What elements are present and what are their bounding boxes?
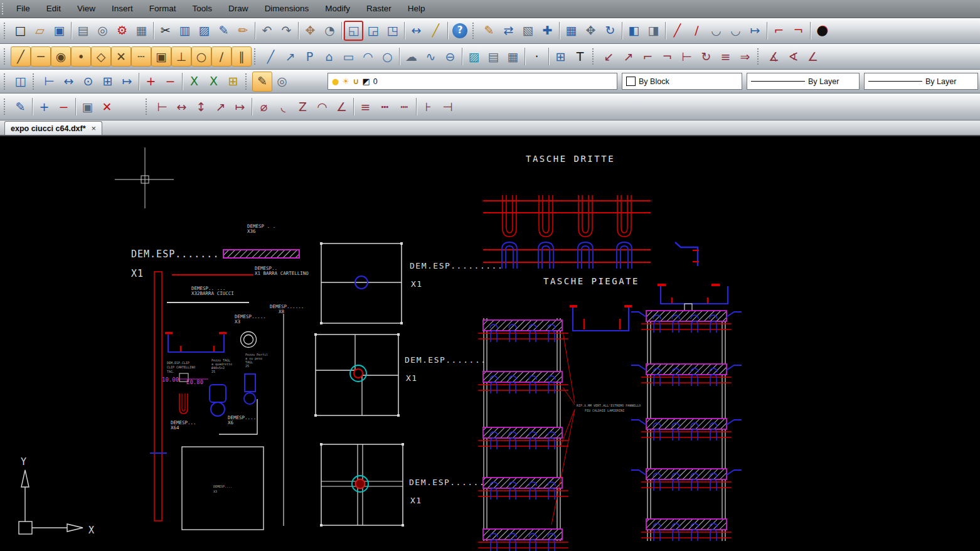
zoom-extents-button[interactable]: ◳ xyxy=(383,21,402,41)
draw-ray-button[interactable]: ↗ xyxy=(280,47,300,66)
dim-angular-button[interactable]: ∠ xyxy=(332,97,351,117)
menu-dimensions[interactable]: Dimensions xyxy=(257,4,317,13)
hatch-toggle-button[interactable]: ▧ xyxy=(518,21,538,41)
snap-nearest-button[interactable]: ∕ xyxy=(211,46,232,67)
menu-file[interactable]: File xyxy=(8,4,38,13)
snap-perpendicular-button[interactable]: ⊥ xyxy=(171,46,191,67)
ruler-button[interactable]: ╱ xyxy=(426,21,445,41)
mirror-button[interactable]: ◨ xyxy=(644,21,663,41)
draw-polygon-button[interactable]: ⌂ xyxy=(319,47,339,66)
flip-button[interactable]: ⇄ xyxy=(499,21,518,41)
tasche-piegate-assembly[interactable] xyxy=(483,242,651,269)
dim-chain-button[interactable]: ┉ xyxy=(395,97,414,117)
toolbar-grip[interactable] xyxy=(245,73,250,90)
help-button[interactable]: ? xyxy=(452,23,467,38)
menu-draw[interactable]: Draw xyxy=(220,4,257,13)
layers-manager-button[interactable]: ◫ xyxy=(11,72,30,91)
plot-button[interactable]: ▦ xyxy=(132,21,151,41)
dim-continue-button[interactable]: ┅ xyxy=(375,97,395,117)
hatched-bar-cartellino[interactable] xyxy=(223,250,299,258)
rotate-button[interactable]: ↻ xyxy=(600,21,620,41)
dim-ordinate-x-button[interactable]: ⊦ xyxy=(418,97,438,117)
lineweight-select[interactable]: By Layer xyxy=(864,73,978,90)
toolbar-grip[interactable] xyxy=(592,48,597,65)
draw-arc-button[interactable]: ◠ xyxy=(358,47,378,66)
panel-2[interactable] xyxy=(314,333,400,417)
sheet-remove-button[interactable]: − xyxy=(54,97,73,117)
dim-text-move-button[interactable]: ⌐ xyxy=(638,47,658,66)
toolbar-grip[interactable] xyxy=(33,73,37,90)
save-button[interactable]: ▣ xyxy=(50,21,69,41)
snap-extension-button[interactable]: ┄ xyxy=(131,46,151,67)
toolbar-grip[interactable] xyxy=(4,99,8,115)
panel-3[interactable] xyxy=(320,443,404,527)
toolbar-grip[interactable] xyxy=(146,99,150,115)
redo-button[interactable]: ↷ xyxy=(277,21,296,41)
array-button[interactable]: ▦ xyxy=(562,21,581,41)
hatch-button[interactable]: ▨ xyxy=(464,47,484,66)
make-block-button[interactable]: ▦ xyxy=(503,47,523,66)
dim-attach-add-button[interactable]: + xyxy=(141,72,161,91)
dim-radius-button[interactable]: ◟ xyxy=(274,97,293,117)
layer-select[interactable]: ● ☀ ∪ ◩ 0 xyxy=(328,73,617,90)
tasche-dritte-assembly[interactable] xyxy=(483,195,651,237)
copy-button[interactable]: ▥ xyxy=(175,21,194,41)
markup-edit-button[interactable]: ✎ xyxy=(252,72,272,92)
snap-quadrant-button[interactable]: ◇ xyxy=(91,46,111,67)
auto-table-button[interactable]: ⊞ xyxy=(223,72,243,91)
document-tab[interactable]: expo ciucci c64.dxf* × xyxy=(4,121,102,135)
dim-multiple-button[interactable]: ⊞ xyxy=(98,72,117,91)
open-folder-button[interactable]: ▱ xyxy=(30,21,50,41)
print-settings-button[interactable]: ⚙ xyxy=(112,21,132,41)
snap-parallel-button[interactable]: ∥ xyxy=(232,46,252,67)
redline-button[interactable]: ✎ xyxy=(479,21,499,41)
fillet-button[interactable]: ⌐ xyxy=(769,21,789,41)
c-channel-top-right[interactable] xyxy=(658,284,728,312)
dim-vertical-button[interactable]: ↕ xyxy=(191,97,211,117)
break-at-point-button[interactable]: ╱ xyxy=(668,21,687,41)
menu-help[interactable]: Help xyxy=(400,4,434,13)
print-preview-button[interactable]: ◎ xyxy=(93,21,112,41)
sheet-delete-button[interactable]: ✕ xyxy=(97,97,117,117)
erase-button[interactable]: ✏ xyxy=(233,21,253,41)
undo-button[interactable]: ↶ xyxy=(257,21,277,41)
import-excel-button[interactable]: X xyxy=(204,72,223,91)
right-rack[interactable] xyxy=(631,311,742,541)
bar-cartellino-group[interactable]: DEM.ESP....... X1 DEMESP . . X36 DEMESP.… xyxy=(131,223,309,526)
draw-ellipse-button[interactable]: ⊖ xyxy=(440,47,460,66)
scale-button[interactable]: ◧ xyxy=(624,21,644,41)
snap-center-button[interactable]: ◉ xyxy=(51,46,71,67)
dim-angle-edit-button[interactable]: ∢ xyxy=(784,47,803,66)
menu-insert[interactable]: Insert xyxy=(104,4,141,13)
sheet-add-button[interactable]: + xyxy=(35,97,54,117)
zoom-window-button[interactable]: ◱ xyxy=(344,21,363,41)
insert-block-button[interactable]: ▤ xyxy=(484,47,503,66)
draw-spline-button[interactable]: ∿ xyxy=(421,47,440,66)
menu-format[interactable]: Format xyxy=(141,4,184,13)
explode-button[interactable]: ● xyxy=(812,21,832,41)
dim-edit-button[interactable]: ∠ xyxy=(803,47,823,66)
join-arc-button[interactable]: ◡ xyxy=(706,21,726,41)
dim-ordinate-y-button[interactable]: ⊣ xyxy=(438,97,457,117)
dim-arc-length-button[interactable]: ◠ xyxy=(312,97,332,117)
dim-select-button[interactable]: ⊢ xyxy=(40,72,59,91)
blank-panel[interactable]: DEMESP.... X3 xyxy=(182,447,264,530)
snap-endpoint-button[interactable]: ╱ xyxy=(11,46,31,67)
new-document-button[interactable]: □ xyxy=(11,21,30,41)
break-button[interactable]: ∕ xyxy=(687,21,706,41)
dim-oblique-button[interactable]: ∡ xyxy=(764,47,784,66)
zoom-realtime-button[interactable]: ◔ xyxy=(320,21,339,41)
extend-button[interactable]: ↦ xyxy=(745,21,765,41)
toolbar-grip[interactable] xyxy=(4,48,8,65)
dim-rotated-button[interactable]: ↦ xyxy=(230,97,250,117)
dim-diameter-quick-button[interactable]: ⊙ xyxy=(78,72,98,91)
draw-circle-button[interactable]: ○ xyxy=(378,47,397,66)
text-button[interactable]: T xyxy=(570,47,590,66)
ring-detail[interactable] xyxy=(241,332,257,348)
drawing-canvas[interactable]: TASCHE DRITTE TASCHE PIEGATE xyxy=(0,136,980,551)
menu-view[interactable]: View xyxy=(69,4,104,13)
draw-rectangle-button[interactable]: ▭ xyxy=(339,47,358,66)
dim-horizontal-button[interactable]: ↔ xyxy=(172,97,191,117)
j-hook-profile[interactable] xyxy=(675,242,699,266)
export-excel-button[interactable]: X xyxy=(184,72,204,91)
